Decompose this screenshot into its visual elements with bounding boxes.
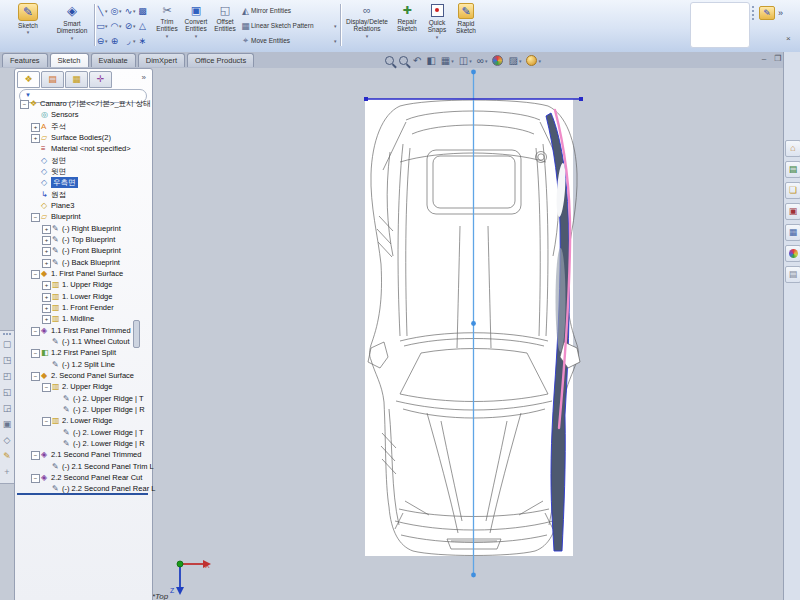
convert-entities-button[interactable]: ▣ Convert Entities ▾ — [181, 3, 211, 39]
sketch-picture-tool-button[interactable]: ▩ — [138, 6, 152, 16]
tree-item[interactable]: ≡Material <not specified> — [15, 143, 152, 154]
expand-icon[interactable]: + — [42, 259, 51, 268]
chevron-down-icon[interactable]: ▾ — [181, 33, 211, 39]
view-settings-button[interactable]: ▾ — [526, 55, 541, 66]
chevron-down-icon[interactable]: ▾ — [50, 35, 94, 41]
tree-item[interactable]: +▱Surface Bodies(2) — [15, 132, 152, 143]
chevron-down-icon[interactable]: ▾ — [334, 23, 337, 29]
tree-item[interactable]: −◆1. First Panel Surface — [15, 268, 152, 279]
ellipse-tool-button[interactable]: ⊘▾ — [124, 21, 138, 31]
tree-item[interactable]: ✎(-) 2. Upper Ridge | T — [15, 393, 152, 404]
tree-item[interactable]: +✎(-) Top Blueprint — [15, 234, 152, 245]
repair-sketch-button[interactable]: ✚ Repair Sketch — [391, 3, 423, 33]
view-cube-icon-4[interactable]: ◱ — [1, 385, 13, 400]
move-entities-button[interactable]: ⌖Move Entities — [240, 34, 340, 47]
tab-dimxpert[interactable]: DimXpert — [138, 53, 185, 67]
offset-entities-button[interactable]: ◱ Offset Entities — [211, 3, 239, 33]
smart-dimension-button[interactable]: ◈ Smart Dimension ▾ — [50, 2, 94, 48]
arc-tool-button[interactable]: ◠▾ — [110, 21, 124, 31]
apply-scene-button[interactable]: ▨▾ — [508, 55, 521, 66]
tree-item[interactable]: −▱Blueprint — [15, 211, 152, 222]
tab-features[interactable]: Features — [2, 53, 48, 67]
collapse-icon[interactable]: − — [31, 213, 40, 222]
tree-item[interactable]: ✎(-) 2. Upper Ridge | R — [15, 404, 152, 415]
panel-splitter-grip[interactable] — [133, 320, 140, 348]
display-delete-relations-button[interactable]: ∞ Display/Delete Relations ▾ — [344, 3, 390, 39]
expand-icon[interactable]: + — [31, 134, 40, 143]
chevron-down-icon[interactable]: ▾ — [485, 58, 488, 64]
chevron-down-icon[interactable]: ▾ — [105, 38, 108, 44]
tree-item[interactable]: +✎(-) Front Blueprint — [15, 245, 152, 256]
tree-item[interactable]: −◈1.1 First Panel Trimmed — [15, 325, 152, 336]
chevron-down-icon[interactable]: ▾ — [105, 8, 108, 14]
chevron-down-icon[interactable]: ▾ — [153, 33, 181, 39]
toolbar-grip[interactable] — [752, 6, 756, 20]
chevron-down-icon[interactable]: ▾ — [133, 8, 136, 14]
chevron-down-icon[interactable]: ▾ — [344, 33, 390, 39]
previous-view-button[interactable]: ↶ — [413, 55, 421, 66]
view-cube-icon-3[interactable]: ◰ — [1, 369, 13, 384]
chevron-down-icon[interactable]: ▾ — [538, 58, 541, 64]
linear-sketch-pattern-button[interactable]: ▦Linear Sketch Pattern — [240, 19, 340, 32]
zoom-fit-button[interactable] — [385, 56, 394, 65]
rapid-sketch-button[interactable]: ✎ Rapid Sketch — [451, 3, 481, 35]
forum-button[interactable]: ▣ — [785, 203, 800, 220]
point-tool-button[interactable]: ⊕ — [110, 36, 124, 46]
expand-icon[interactable]: + — [42, 247, 51, 256]
edit-appearance-button[interactable] — [492, 55, 503, 66]
toolbar-grip[interactable] — [3, 333, 11, 335]
chevron-down-icon[interactable]: ▾ — [519, 58, 522, 64]
chevron-down-icon[interactable]: ▾ — [133, 23, 136, 29]
tree-item[interactable]: −◧1.2 First Panel Split — [15, 347, 152, 358]
collapse-icon[interactable]: − — [20, 100, 29, 109]
expand-icon[interactable]: + — [42, 236, 51, 245]
document-close-icon[interactable]: × — [786, 34, 791, 43]
quick-snaps-button[interactable]: Quick Snaps ▾ — [424, 3, 450, 40]
fillet-tool-button[interactable]: ◞▾ — [124, 36, 138, 46]
chevron-down-icon[interactable]: ▾ — [469, 58, 472, 64]
minimize-button[interactable]: – — [762, 54, 766, 63]
tree-item[interactable]: ✎(-) 1.1 Wheel Cutout — [15, 336, 152, 347]
sketch-button[interactable]: ✎ Sketch ▾ — [8, 2, 48, 48]
chevron-down-icon[interactable]: ▾ — [105, 23, 108, 29]
chevron-down-icon[interactable]: ▾ — [451, 58, 454, 64]
collapse-icon[interactable]: − — [42, 417, 51, 426]
tree-item[interactable]: +✎(-) Back Blueprint — [15, 257, 152, 268]
chevron-down-icon[interactable]: ▾ — [334, 38, 337, 44]
view-cube-icon-2[interactable]: ◳ — [1, 353, 13, 368]
expand-icon[interactable]: + — [31, 123, 40, 132]
design-library-button[interactable]: ▤ — [785, 161, 800, 178]
chevron-down-icon[interactable]: ▾ — [424, 34, 450, 40]
tab-office-products[interactable]: Office Products — [187, 53, 254, 67]
chevron-down-icon[interactable]: ▾ — [119, 23, 122, 29]
custom-properties-button[interactable]: ▤ — [785, 266, 800, 283]
tab-evaluate[interactable]: Evaluate — [91, 53, 136, 67]
view-palette-button[interactable]: ▦ — [785, 224, 800, 241]
expand-icon[interactable]: + — [42, 225, 51, 234]
tree-item[interactable]: ◇우측면 — [15, 177, 152, 188]
tree-item[interactable]: +✎(-) Right Blueprint — [15, 223, 152, 234]
tree-item[interactable]: +▥1. Lower Ridge — [15, 291, 152, 302]
tree-item[interactable]: −❖Camaro (기본<<기본>_표시 상태 — [15, 98, 152, 109]
view-dome-icon[interactable]: ◇ — [1, 433, 13, 448]
tree-item[interactable]: ✎(-) 1.2 Split Line — [15, 359, 152, 370]
collapse-icon[interactable]: − — [31, 451, 40, 460]
expand-icon[interactable]: + — [42, 304, 51, 313]
tree-item[interactable]: ✎(-) 2.1 Second Panel Trim L — [15, 461, 152, 472]
chevron-down-icon[interactable]: ▾ — [119, 8, 122, 14]
view-cube-icon-5[interactable]: ◲ — [1, 401, 13, 416]
tree-item[interactable]: −▥2. Upper Ridge — [15, 381, 152, 392]
slot-tool-button[interactable]: ⊖▾ — [96, 36, 110, 46]
collapse-icon[interactable]: − — [31, 372, 40, 381]
polygon-tool-button[interactable]: △ — [138, 21, 152, 31]
collapse-icon[interactable]: − — [31, 327, 40, 336]
tree-item[interactable]: +▥1. Front Fender — [15, 302, 152, 313]
tree-item[interactable]: ◎Sensors — [15, 109, 152, 120]
tree-item[interactable]: ✎(-) 2. Lower Ridge | R — [15, 438, 152, 449]
tree-item[interactable]: −◈2.2 Second Panel Rear Cut — [15, 472, 152, 483]
zoom-area-button[interactable] — [399, 56, 408, 65]
toolbar-overflow-chevron[interactable]: » — [778, 8, 783, 18]
tree-item[interactable]: −◈2.1 Second Panel Trimmed — [15, 449, 152, 460]
tree-item[interactable]: −▥2. Lower Ridge — [15, 415, 152, 426]
tree-item[interactable]: ✎(-) 2. Lower Ridge | T — [15, 427, 152, 438]
